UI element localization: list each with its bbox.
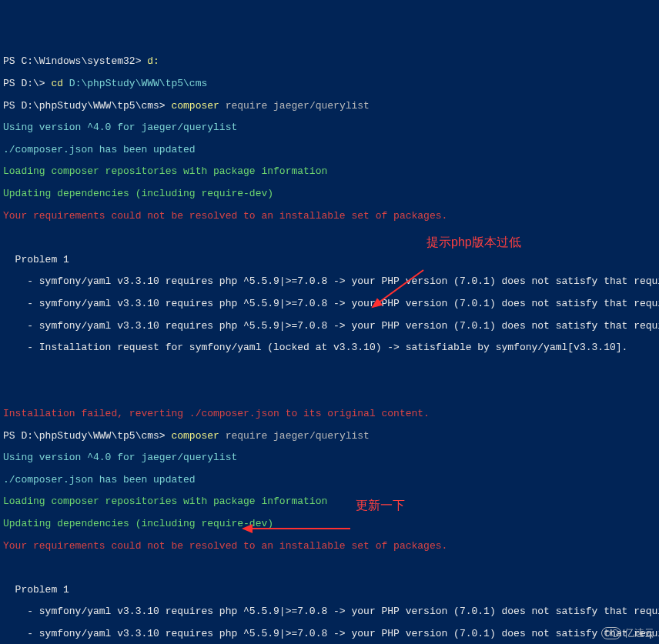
prompt[interactable]: PS D:\phpStudy\WWW\tp5\cms> [3,100,171,112]
watermark: 亿速云 [601,627,654,639]
output-error: Your requirements could not be resolved … [3,211,656,222]
cloud-icon [601,627,621,639]
cmd-args: require jaeger/querylist [219,430,370,442]
prompt[interactable]: PS D:\> [3,78,51,89]
output-line: Using version ^4.0 for jaeger/querylist [3,122,656,133]
output-problem-header: Problem 1 [3,585,656,596]
output-blank [3,365,656,375]
output-error: Your requirements could not be resolved … [3,541,656,552]
cmd-args: require jaeger/querylist [219,100,370,112]
output-problem-detail: - Installation request for symfony/yaml … [3,342,656,353]
output-problem-detail: - symfony/yaml v3.3.10 requires php ^5.5… [3,299,656,309]
terminal-output: PS C:\Windows\system32> d: PS D:\> cd D:… [0,44,659,644]
cmd-cd: cd [51,78,69,89]
output-line: Updating dependencies (including require… [3,519,656,529]
output-problem-detail: - symfony/yaml v3.3.10 requires php ^5.5… [3,629,656,639]
output-problem-detail: - symfony/yaml v3.3.10 requires php ^5.5… [3,321,656,332]
prompt[interactable]: PS C:\Windows\system32> [3,55,147,67]
output-line: ./composer.json has been updated [3,145,656,155]
output-problem-detail: - symfony/yaml v3.3.10 requires php ^5.5… [3,276,656,287]
annotation-php-version-low: 提示php版本过低 [427,235,521,249]
output-blank [3,562,656,573]
cmd-composer: composer [171,430,219,442]
output-line: ./composer.json has been updated [3,475,656,486]
output-blank [3,386,656,397]
output-error: Installation failed, reverting ./compose… [3,409,656,419]
output-blank [3,232,656,243]
annotation-update: 更新一下 [356,499,405,512]
watermark-text: 亿速云 [624,628,654,639]
prompt[interactable]: PS D:\phpStudy\WWW\tp5\cms> [3,430,171,442]
output-line: Updating dependencies (including require… [3,189,656,199]
cmd-cd-path: D:\phpStudy\WWW\tp5\cms [69,78,207,89]
cmd-composer: composer [171,100,219,112]
output-problem-detail: - symfony/yaml v3.3.10 requires php ^5.5… [3,606,656,617]
cmd-change-drive: d: [147,55,159,67]
output-line: Loading composer repositories with packa… [3,496,656,507]
output-problem-header: Problem 1 [3,255,656,265]
output-line: Loading composer repositories with packa… [3,166,656,177]
output-line: Using version ^4.0 for jaeger/querylist [3,452,656,463]
